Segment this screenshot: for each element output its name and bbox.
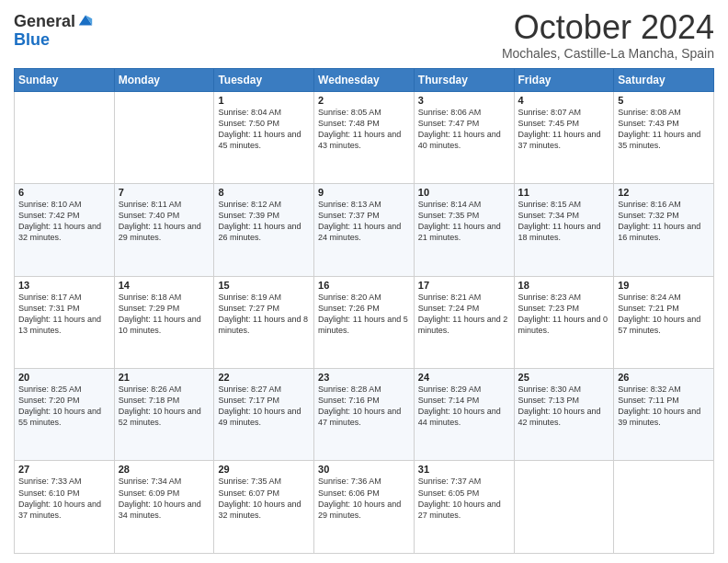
day-number: 12 xyxy=(618,187,710,198)
cell-details: Sunrise: 8:04 AMSunset: 7:50 PMDaylight:… xyxy=(218,107,310,152)
calendar-cell: 11Sunrise: 8:15 AMSunset: 7:34 PMDayligh… xyxy=(514,184,614,276)
calendar-cell: 3Sunrise: 8:06 AMSunset: 7:47 PMDaylight… xyxy=(414,91,514,183)
calendar-cell: 26Sunrise: 8:32 AMSunset: 7:11 PMDayligh… xyxy=(614,369,714,461)
day-number: 4 xyxy=(518,95,610,106)
cell-details: Sunrise: 8:05 AMSunset: 7:48 PMDaylight:… xyxy=(318,107,410,152)
location-subtitle: Mochales, Castille-La Mancha, Spain xyxy=(502,46,714,61)
day-number: 24 xyxy=(418,372,510,383)
calendar-cell: 29Sunrise: 7:35 AMSunset: 6:07 PMDayligh… xyxy=(214,461,314,554)
weekday-header-friday: Friday xyxy=(514,68,614,91)
cell-details: Sunrise: 8:07 AMSunset: 7:45 PMDaylight:… xyxy=(518,107,610,152)
cell-details: Sunrise: 7:37 AMSunset: 6:05 PMDaylight:… xyxy=(418,476,510,521)
day-number: 23 xyxy=(318,372,410,383)
cell-details: Sunrise: 8:23 AMSunset: 7:23 PMDaylight:… xyxy=(518,292,610,337)
cell-details: Sunrise: 8:28 AMSunset: 7:16 PMDaylight:… xyxy=(318,384,410,429)
calendar-cell: 24Sunrise: 8:29 AMSunset: 7:14 PMDayligh… xyxy=(414,369,514,461)
day-number: 7 xyxy=(119,187,210,198)
cell-details: Sunrise: 8:20 AMSunset: 7:26 PMDaylight:… xyxy=(318,292,410,337)
week-row-5: 27Sunrise: 7:33 AMSunset: 6:10 PMDayligh… xyxy=(15,461,714,554)
calendar-cell: 1Sunrise: 8:04 AMSunset: 7:50 PMDaylight… xyxy=(214,91,314,183)
cell-details: Sunrise: 8:27 AMSunset: 7:17 PMDaylight:… xyxy=(218,384,310,429)
logo-icon xyxy=(77,12,94,29)
day-number: 30 xyxy=(318,464,410,475)
weekday-header-row: SundayMondayTuesdayWednesdayThursdayFrid… xyxy=(15,68,714,91)
cell-details: Sunrise: 8:29 AMSunset: 7:14 PMDaylight:… xyxy=(418,384,510,429)
week-row-1: 1Sunrise: 8:04 AMSunset: 7:50 PMDaylight… xyxy=(15,91,714,183)
calendar-cell: 13Sunrise: 8:17 AMSunset: 7:31 PMDayligh… xyxy=(15,276,115,368)
cell-details: Sunrise: 8:18 AMSunset: 7:29 PMDaylight:… xyxy=(119,292,210,337)
day-number: 8 xyxy=(218,187,310,198)
calendar-cell: 16Sunrise: 8:20 AMSunset: 7:26 PMDayligh… xyxy=(314,276,415,368)
calendar-cell: 18Sunrise: 8:23 AMSunset: 7:23 PMDayligh… xyxy=(514,276,614,368)
week-row-4: 20Sunrise: 8:25 AMSunset: 7:20 PMDayligh… xyxy=(15,369,714,461)
calendar-cell: 19Sunrise: 8:24 AMSunset: 7:21 PMDayligh… xyxy=(614,276,714,368)
calendar-page: General Blue October 2024 Mochales, Cast… xyxy=(0,0,728,563)
weekday-header-thursday: Thursday xyxy=(414,68,514,91)
day-number: 14 xyxy=(119,280,210,291)
calendar-cell: 28Sunrise: 7:34 AMSunset: 6:09 PMDayligh… xyxy=(114,461,214,554)
calendar-cell: 5Sunrise: 8:08 AMSunset: 7:43 PMDaylight… xyxy=(614,91,714,183)
cell-details: Sunrise: 7:34 AMSunset: 6:09 PMDaylight:… xyxy=(119,476,210,521)
calendar-cell: 31Sunrise: 7:37 AMSunset: 6:05 PMDayligh… xyxy=(414,461,514,554)
calendar-cell: 22Sunrise: 8:27 AMSunset: 7:17 PMDayligh… xyxy=(214,369,314,461)
logo: General Blue xyxy=(14,13,94,50)
calendar-cell: 9Sunrise: 8:13 AMSunset: 7:37 PMDaylight… xyxy=(314,184,415,276)
cell-details: Sunrise: 8:32 AMSunset: 7:11 PMDaylight:… xyxy=(618,384,710,429)
calendar-cell: 17Sunrise: 8:21 AMSunset: 7:24 PMDayligh… xyxy=(414,276,514,368)
calendar-cell: 4Sunrise: 8:07 AMSunset: 7:45 PMDaylight… xyxy=(514,91,614,183)
cell-details: Sunrise: 8:25 AMSunset: 7:20 PMDaylight:… xyxy=(18,384,110,429)
day-number: 26 xyxy=(618,372,710,383)
weekday-header-monday: Monday xyxy=(114,68,214,91)
cell-details: Sunrise: 7:33 AMSunset: 6:10 PMDaylight:… xyxy=(18,476,110,521)
day-number: 2 xyxy=(318,95,410,106)
weekday-header-wednesday: Wednesday xyxy=(314,68,415,91)
day-number: 6 xyxy=(18,187,110,198)
week-row-3: 13Sunrise: 8:17 AMSunset: 7:31 PMDayligh… xyxy=(15,276,714,368)
cell-details: Sunrise: 8:11 AMSunset: 7:40 PMDaylight:… xyxy=(119,199,210,244)
calendar-cell: 20Sunrise: 8:25 AMSunset: 7:20 PMDayligh… xyxy=(15,369,115,461)
cell-details: Sunrise: 8:16 AMSunset: 7:32 PMDaylight:… xyxy=(618,199,710,244)
calendar-cell xyxy=(614,461,714,554)
logo-text-general: General xyxy=(14,13,75,31)
day-number: 11 xyxy=(518,187,610,198)
calendar-cell: 8Sunrise: 8:12 AMSunset: 7:39 PMDaylight… xyxy=(214,184,314,276)
day-number: 19 xyxy=(618,280,710,291)
cell-details: Sunrise: 8:17 AMSunset: 7:31 PMDaylight:… xyxy=(18,292,110,337)
calendar-cell: 30Sunrise: 7:36 AMSunset: 6:06 PMDayligh… xyxy=(314,461,415,554)
day-number: 15 xyxy=(218,280,310,291)
calendar-table: SundayMondayTuesdayWednesdayThursdayFrid… xyxy=(14,68,714,554)
cell-details: Sunrise: 8:10 AMSunset: 7:42 PMDaylight:… xyxy=(18,199,110,244)
weekday-header-sunday: Sunday xyxy=(15,68,115,91)
calendar-cell: 23Sunrise: 8:28 AMSunset: 7:16 PMDayligh… xyxy=(314,369,415,461)
weekday-header-saturday: Saturday xyxy=(614,68,714,91)
cell-details: Sunrise: 8:06 AMSunset: 7:47 PMDaylight:… xyxy=(418,107,510,152)
day-number: 18 xyxy=(518,280,610,291)
calendar-cell: 7Sunrise: 8:11 AMSunset: 7:40 PMDaylight… xyxy=(114,184,214,276)
calendar-cell: 25Sunrise: 8:30 AMSunset: 7:13 PMDayligh… xyxy=(514,369,614,461)
cell-details: Sunrise: 7:36 AMSunset: 6:06 PMDaylight:… xyxy=(318,476,410,521)
calendar-cell: 14Sunrise: 8:18 AMSunset: 7:29 PMDayligh… xyxy=(114,276,214,368)
day-number: 1 xyxy=(218,95,310,106)
day-number: 3 xyxy=(418,95,510,106)
day-number: 5 xyxy=(618,95,710,106)
cell-details: Sunrise: 8:15 AMSunset: 7:34 PMDaylight:… xyxy=(518,199,610,244)
cell-details: Sunrise: 8:26 AMSunset: 7:18 PMDaylight:… xyxy=(119,384,210,429)
calendar-cell: 27Sunrise: 7:33 AMSunset: 6:10 PMDayligh… xyxy=(15,461,115,554)
calendar-cell: 2Sunrise: 8:05 AMSunset: 7:48 PMDaylight… xyxy=(314,91,415,183)
month-title: October 2024 xyxy=(502,9,714,46)
day-number: 25 xyxy=(518,372,610,383)
calendar-cell xyxy=(514,461,614,554)
cell-details: Sunrise: 8:14 AMSunset: 7:35 PMDaylight:… xyxy=(418,199,510,244)
calendar-cell xyxy=(15,91,115,183)
day-number: 27 xyxy=(18,464,110,475)
cell-details: Sunrise: 8:24 AMSunset: 7:21 PMDaylight:… xyxy=(618,292,710,337)
calendar-cell xyxy=(114,91,214,183)
calendar-cell: 15Sunrise: 8:19 AMSunset: 7:27 PMDayligh… xyxy=(214,276,314,368)
day-number: 20 xyxy=(18,372,110,383)
day-number: 9 xyxy=(318,187,410,198)
header: General Blue October 2024 Mochales, Cast… xyxy=(14,9,714,61)
title-block: October 2024 Mochales, Castille-La Manch… xyxy=(502,9,714,61)
day-number: 21 xyxy=(119,372,210,383)
day-number: 22 xyxy=(218,372,310,383)
cell-details: Sunrise: 8:21 AMSunset: 7:24 PMDaylight:… xyxy=(418,292,510,337)
